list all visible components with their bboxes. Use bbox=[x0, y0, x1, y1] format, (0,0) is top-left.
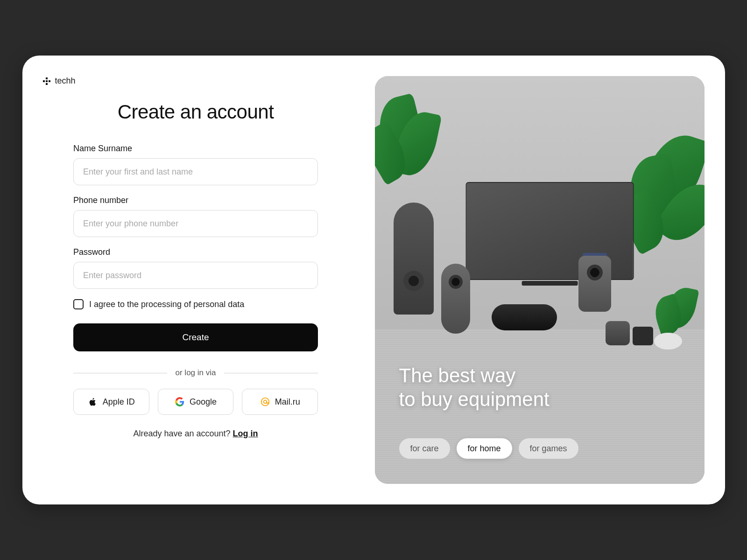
signup-form: Create an account Name Surname Phone num… bbox=[73, 97, 318, 439]
mailru-icon bbox=[260, 397, 270, 407]
brand: techh bbox=[43, 76, 349, 86]
name-input[interactable] bbox=[73, 158, 318, 185]
name-field: Name Surname bbox=[73, 144, 318, 185]
svg-rect-2 bbox=[46, 80, 48, 82]
pill-for-games[interactable]: for games bbox=[519, 438, 578, 459]
divider-text: or log in via bbox=[176, 368, 216, 378]
phone-field: Phone number bbox=[73, 196, 318, 237]
hero-line-2: to buy equipment bbox=[399, 388, 550, 411]
consent-text: I agree to the processing of personal da… bbox=[89, 300, 244, 309]
device-icon bbox=[606, 321, 630, 345]
svg-rect-0 bbox=[46, 77, 48, 79]
phone-input[interactable] bbox=[73, 210, 318, 237]
speaker-icon bbox=[394, 203, 434, 315]
apple-login-button[interactable]: Apple ID bbox=[73, 389, 149, 415]
google-icon bbox=[175, 397, 185, 407]
social-divider: or log in via bbox=[73, 368, 318, 378]
svg-rect-4 bbox=[46, 83, 48, 85]
login-prompt-text: Already have an account? bbox=[133, 429, 233, 438]
pill-for-care[interactable]: for care bbox=[399, 438, 450, 459]
brand-name: techh bbox=[55, 76, 76, 86]
svg-rect-1 bbox=[43, 80, 45, 82]
social-login-row: Apple ID Google Mail.ru bbox=[73, 389, 318, 415]
mailru-login-button[interactable]: Mail.ru bbox=[242, 389, 318, 415]
divider-line-right bbox=[224, 373, 318, 373]
login-link[interactable]: Log in bbox=[233, 429, 258, 438]
category-pills: for care for home for games bbox=[399, 438, 578, 459]
pill-for-home[interactable]: for home bbox=[457, 438, 512, 459]
name-label: Name Surname bbox=[73, 144, 318, 154]
svg-rect-3 bbox=[49, 80, 50, 82]
brand-logo-icon bbox=[43, 77, 50, 85]
hero-headline: The best way to buy equipment bbox=[399, 364, 550, 411]
svg-point-6 bbox=[263, 400, 267, 404]
form-panel: techh Create an account Name Surname Pho… bbox=[22, 56, 375, 504]
hero-panel: The best way to buy equipment for care f… bbox=[375, 76, 705, 484]
apple-login-label: Apple ID bbox=[103, 397, 135, 407]
camera-icon bbox=[441, 264, 470, 334]
divider-line-left bbox=[73, 373, 167, 373]
consent-checkbox[interactable] bbox=[73, 299, 84, 309]
password-input[interactable] bbox=[73, 262, 318, 289]
signup-card: techh Create an account Name Surname Pho… bbox=[22, 56, 725, 504]
google-login-label: Google bbox=[190, 397, 217, 407]
login-prompt-row: Already have an account? Log in bbox=[73, 429, 318, 439]
camera-icon bbox=[578, 256, 611, 312]
hero-line-1: The best way bbox=[399, 364, 550, 387]
phone-label: Phone number bbox=[73, 196, 318, 205]
hub-icon bbox=[492, 304, 557, 330]
password-field: Password bbox=[73, 247, 318, 289]
hero-image bbox=[375, 76, 705, 484]
svg-point-5 bbox=[261, 398, 269, 406]
consent-row: I agree to the processing of personal da… bbox=[73, 299, 318, 309]
google-login-button[interactable]: Google bbox=[158, 389, 234, 415]
mailru-login-label: Mail.ru bbox=[275, 397, 300, 407]
password-label: Password bbox=[73, 247, 318, 257]
create-button[interactable]: Create bbox=[73, 323, 318, 351]
apple-icon bbox=[88, 397, 98, 407]
device-icon bbox=[654, 333, 682, 350]
page-title: Create an account bbox=[73, 101, 318, 123]
